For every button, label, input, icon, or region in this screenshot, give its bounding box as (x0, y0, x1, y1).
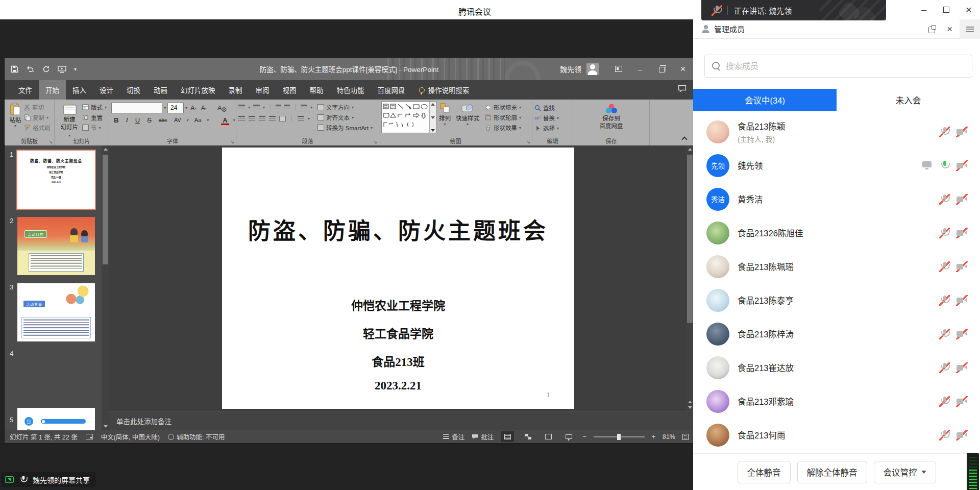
mic-muted-icon[interactable] (939, 362, 950, 373)
mic-muted-icon[interactable] (939, 261, 950, 272)
maximize-button[interactable] (935, 0, 958, 19)
member-row[interactable]: 食品213陈泰亨 (693, 283, 980, 317)
scroll-up-icon[interactable] (102, 145, 109, 153)
member-row[interactable]: 先领 魏先领 (693, 149, 980, 182)
shape-fill-button[interactable]: 形状填充 ▾ (485, 103, 521, 112)
close-button[interactable]: × (958, 0, 980, 19)
slide-thumbnail-4[interactable]: 目 录 Contents (17, 408, 95, 430)
scroll-up-icon[interactable] (686, 145, 694, 153)
accessibility-status[interactable]: 辅助功能: 不可用 (168, 432, 225, 442)
font-size-combobox[interactable]: 24 (167, 103, 184, 113)
save-icon[interactable] (11, 65, 18, 73)
align-text-button[interactable]: 对齐文本 ▾ (317, 113, 373, 122)
slide-thumbnail-3[interactable]: 活动背景 (17, 283, 95, 341)
popout-icon[interactable] (928, 25, 937, 33)
normal-view-button[interactable] (501, 431, 514, 442)
member-row[interactable]: 食品213陈珮瑶 (693, 250, 980, 283)
notes-toggle-button[interactable]: 备注 (443, 432, 464, 442)
align-left-icon[interactable] (238, 116, 245, 121)
camera-off-icon[interactable] (956, 228, 968, 238)
camera-off-icon[interactable] (956, 127, 968, 137)
mute-all-button[interactable]: 全体静音 (738, 461, 791, 483)
mic-muted-icon[interactable] (939, 295, 950, 306)
tab-in-meeting[interactable]: 会议中(34) (693, 89, 837, 111)
redo-icon[interactable] (42, 65, 50, 73)
line-spacing-icon[interactable] (301, 105, 307, 110)
select-button[interactable]: 选择 ▾ (534, 124, 559, 133)
bullets-icon[interactable] (238, 105, 245, 110)
close-panel-icon[interactable]: × (947, 23, 952, 35)
member-row[interactable]: 食品213崔达放 (693, 351, 980, 384)
change-case-button[interactable]: Aa (193, 117, 203, 123)
shrink-font-button[interactable]: Aˇ (199, 104, 208, 112)
minimize-button[interactable]: – (913, 0, 935, 19)
character-spacing-button[interactable]: AV (173, 117, 183, 123)
tab-design[interactable]: 设计 (93, 80, 120, 100)
align-right-icon[interactable] (259, 116, 265, 121)
camera-off-icon[interactable] (956, 160, 968, 171)
tab-transitions[interactable]: 切换 (120, 80, 147, 100)
panel-menu-button[interactable] (960, 19, 980, 39)
save-to-baidu-button[interactable]: 保存到 百度网盘 (597, 102, 626, 137)
meeting-controls-button[interactable]: 会议管控 (874, 461, 936, 483)
italic-button[interactable]: I (124, 116, 129, 124)
zoom-in-button[interactable]: + (652, 433, 655, 440)
camera-off-icon[interactable] (956, 261, 968, 272)
shapes-gallery[interactable] (381, 102, 436, 133)
gallery-scroll[interactable] (429, 102, 436, 133)
previous-slide-icon[interactable] (688, 401, 692, 403)
arrange-button[interactable]: 排列 ▾ (436, 102, 453, 137)
tab-review[interactable]: 审阅 (249, 80, 276, 100)
start-slideshow-icon[interactable] (58, 65, 66, 73)
mic-muted-icon[interactable] (939, 329, 950, 339)
tab-baidu-pan[interactable]: 百度网盘 (371, 80, 412, 100)
add-columns-icon[interactable] (298, 116, 304, 121)
tab-animations[interactable]: 动画 (147, 80, 174, 100)
format-painter-button[interactable]: 格式刷 (24, 123, 51, 132)
text-shadow-button[interactable]: abc (157, 117, 168, 123)
zoom-slider[interactable] (594, 436, 645, 437)
fit-to-window-icon[interactable] (682, 434, 689, 440)
font-color-button[interactable]: A (221, 116, 229, 124)
tab-not-joined[interactable]: 未入会 (837, 89, 980, 111)
slide-thumbnail-2[interactable]: 活动目的 (17, 217, 95, 275)
camera-off-icon[interactable] (956, 396, 968, 407)
increase-indent-icon[interactable] (284, 105, 290, 110)
member-row[interactable]: 食品21326陈旭佳 (693, 216, 980, 250)
member-search-box[interactable] (704, 55, 972, 78)
ppt-minimize-button[interactable]: – (629, 58, 651, 80)
next-slide-icon[interactable] (688, 406, 692, 409)
slide-canvas[interactable]: 防盗、防骗、防火主题班会 仲恺农业工程学院 轻工食品学院 食品213班 2023… (109, 145, 694, 411)
camera-off-icon[interactable] (956, 430, 968, 440)
dialog-launcher-icon[interactable]: ↘ (48, 140, 53, 144)
camera-off-icon[interactable] (956, 362, 968, 373)
align-center-icon[interactable] (249, 116, 255, 121)
search-input[interactable] (726, 62, 972, 71)
member-row[interactable]: 食品213邓紫瑜 (693, 384, 980, 418)
account-avatar[interactable] (586, 63, 599, 75)
canvas-scrollbar[interactable] (686, 145, 694, 411)
tab-slideshow[interactable]: 幻灯片放映 (174, 80, 222, 100)
numbering-icon[interactable] (253, 105, 260, 110)
slide-sorter-view-button[interactable] (521, 431, 534, 442)
dialog-launcher-icon[interactable]: ↘ (373, 140, 377, 144)
grow-font-button[interactable]: Aˆ (189, 104, 198, 112)
tab-view[interactable]: 视图 (276, 80, 303, 100)
mic-on-icon[interactable] (939, 160, 950, 171)
tab-special-features[interactable]: 特色功能 (330, 80, 371, 100)
mic-muted-icon[interactable] (939, 127, 950, 137)
collapse-ribbon-icon[interactable] (681, 136, 687, 142)
unmute-all-button[interactable]: 解除全体静音 (797, 461, 867, 483)
comments-toggle-button[interactable]: 批注 (472, 432, 494, 442)
mic-muted-icon[interactable] (939, 396, 950, 407)
strikethrough-button[interactable]: S (145, 116, 153, 124)
quick-styles-button[interactable]: 快速样式 ▾ (453, 102, 482, 137)
justify-icon[interactable] (269, 116, 276, 121)
ppt-restore-button[interactable] (651, 58, 672, 80)
camera-off-icon[interactable] (956, 329, 968, 339)
tab-insert[interactable]: 插入 (66, 80, 93, 100)
bold-button[interactable]: B (112, 116, 120, 124)
new-slide-button[interactable]: 新建 幻灯片 ▾ (57, 102, 82, 137)
paste-button[interactable]: 粘贴 ▾ (7, 102, 24, 137)
scroll-down-icon[interactable] (102, 423, 109, 430)
